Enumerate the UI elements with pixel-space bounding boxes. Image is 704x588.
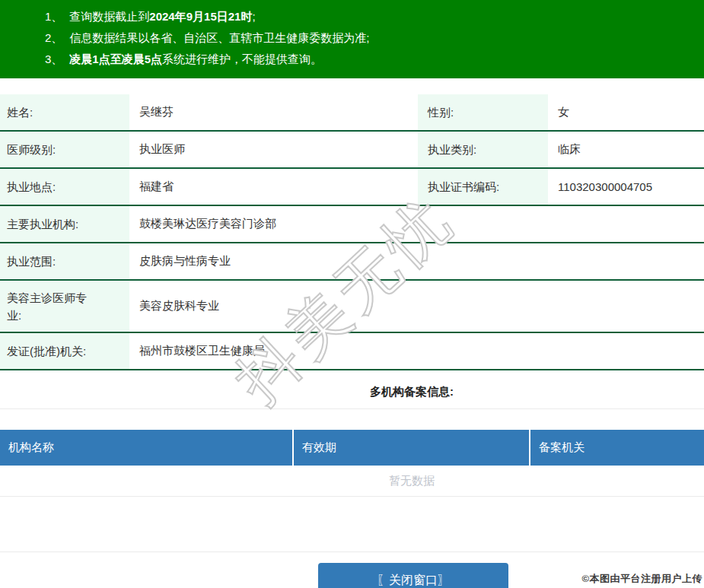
info-row: 发证(批准)机关:福州市鼓楼区卫生健康局: [0, 333, 704, 370]
info-row: 主要执业机构:鼓楼美琳达医疗美容门诊部: [0, 206, 704, 243]
info-row: 美容主诊医师专业:美容皮肤科专业: [0, 281, 704, 333]
section-divider: [0, 408, 704, 409]
info-label: 主要执业机构:: [7, 215, 78, 233]
notice-text: 系统进行维护，不能提供查询。: [162, 52, 322, 65]
info-label-cell: 主要执业机构:: [0, 206, 129, 242]
info-value: 110320300004705: [548, 169, 704, 205]
notice-line-3: 3、凌晨1点至凌晨5点系统进行维护，不能提供查询。: [45, 49, 696, 70]
notice-number: 1、: [45, 6, 62, 27]
info-label-cell: 姓名:: [0, 94, 129, 130]
info-value: 福建省: [129, 169, 413, 205]
notice-bold-text: 2024年9月15日21时: [149, 10, 252, 23]
notice-text: ;: [252, 10, 255, 23]
info-value: 执业医师: [129, 132, 413, 167]
info-label: 医师级别:: [7, 141, 56, 158]
info-label: 执业地点:: [7, 178, 56, 195]
info-value: 福州市鼓楼区卫生健康局: [129, 333, 704, 369]
info-row: 执业地点:福建省执业证书编码:110320300004705: [0, 169, 704, 206]
multi-org-table-header: 机构名称有效期备案机关: [0, 430, 704, 466]
notice-text: 信息数据结果以各省、自治区、直辖市卫生健康委数据为准;: [69, 31, 369, 44]
column-header-3: 备案机关: [530, 430, 704, 466]
column-header-2: 有效期: [294, 430, 530, 466]
info-value: 女: [548, 94, 704, 130]
notice-banner: 1、查询数据截止到2024年9月15日21时;2、信息数据结果以各省、自治区、直…: [0, 0, 704, 78]
info-value: 鼓楼美琳达医疗美容门诊部: [129, 206, 704, 242]
notice-line-1: 1、查询数据截止到2024年9月15日21时;: [45, 6, 696, 27]
multi-org-section-title: 多机构备案信息:: [0, 384, 704, 399]
notice-text: 查询数据截止到: [69, 10, 149, 23]
info-label: 执业范围:: [7, 253, 56, 270]
info-row: 姓名:吴继芬性别:女: [0, 94, 704, 132]
info-label-cell: 发证(批准)机关:: [0, 333, 129, 369]
empty-state-text: 暂无数据: [0, 466, 704, 497]
info-label: 性别:: [428, 103, 454, 121]
notice-number: 3、: [45, 49, 62, 70]
info-label: 执业类别:: [428, 141, 476, 158]
info-row: 执业范围:皮肤病与性病专业: [0, 243, 704, 281]
info-label: 姓名:: [7, 103, 33, 121]
notice-lines: 1、查询数据截止到2024年9月15日21时;2、信息数据结果以各省、自治区、直…: [45, 6, 696, 70]
close-window-button[interactable]: 〖关闭窗口〗: [318, 563, 508, 588]
info-label-cell: 执业范围:: [0, 243, 129, 279]
blank-area: [0, 497, 704, 551]
notice-bold-text: 凌晨1点至凌晨5点: [69, 52, 162, 65]
info-value: 临床: [548, 132, 704, 167]
info-label-cell: 性别:: [413, 94, 548, 130]
info-row: 医师级别:执业医师执业类别:临床: [0, 132, 704, 169]
info-label: 发证(批准)机关:: [7, 342, 86, 360]
info-label-cell: 医师级别:: [0, 132, 129, 167]
info-label-cell: 执业地点:: [0, 169, 129, 205]
upload-attribution-note: ©本图由平台注册用户上传: [581, 572, 702, 586]
column-header-1: 机构名称: [0, 430, 294, 466]
info-value: 吴继芬: [129, 94, 413, 130]
info-label-cell: 执业证书编码:: [413, 169, 548, 205]
info-label-cell: 执业类别:: [413, 132, 548, 167]
practitioner-info-table: 姓名:吴继芬性别:女医师级别:执业医师执业类别:临床执业地点:福建省执业证书编码…: [0, 94, 704, 370]
notice-line-2: 2、信息数据结果以各省、自治区、直辖市卫生健康委数据为准;: [45, 27, 696, 49]
info-value: 皮肤病与性病专业: [129, 243, 704, 279]
info-value: 美容皮肤科专业: [129, 281, 704, 332]
info-label: 执业证书编码:: [428, 178, 499, 195]
info-label: 美容主诊医师专业:: [7, 289, 98, 324]
notice-number: 2、: [45, 27, 62, 49]
info-label-cell: 美容主诊医师专业:: [0, 281, 129, 332]
